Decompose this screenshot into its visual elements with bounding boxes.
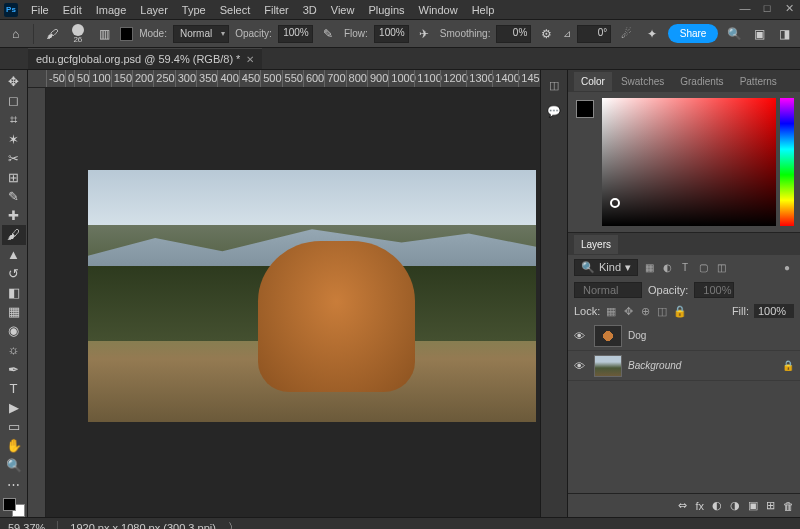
lasso-tool[interactable]: ⌗: [2, 110, 26, 129]
opacity-input[interactable]: 100%: [278, 25, 313, 43]
healing-tool[interactable]: ✚: [2, 206, 26, 225]
dodge-tool[interactable]: ☼: [2, 340, 26, 359]
brush-tool-indicator-icon[interactable]: 🖌: [42, 24, 61, 44]
brush-tool[interactable]: 🖌: [2, 225, 26, 244]
color-swatches[interactable]: [3, 498, 25, 517]
stamp-tool[interactable]: ▲: [2, 245, 26, 264]
path-select-tool[interactable]: ▶: [2, 398, 26, 417]
layer-blend-mode-select[interactable]: Normal: [574, 282, 642, 298]
zoom-tool[interactable]: 🔍: [2, 455, 26, 474]
layer-thumbnail[interactable]: [594, 355, 622, 377]
search-icon[interactable]: 🔍: [724, 24, 743, 44]
layer-name[interactable]: Dog: [628, 330, 646, 341]
panel-tab-swatches[interactable]: Swatches: [614, 72, 671, 91]
filter-adjust-icon[interactable]: ◐: [660, 260, 674, 274]
menu-filter[interactable]: Filter: [257, 1, 295, 19]
layer-opacity-input[interactable]: 100%: [694, 282, 734, 298]
blur-tool[interactable]: ◉: [2, 321, 26, 340]
panel-tab-gradients[interactable]: Gradients: [673, 72, 730, 91]
group-icon[interactable]: ▣: [748, 499, 758, 512]
color-fg-bg-swatches[interactable]: [574, 98, 598, 226]
menu-window[interactable]: Window: [412, 1, 465, 19]
adjustment-layer-icon[interactable]: ◑: [730, 499, 740, 512]
lock-position-icon[interactable]: ✥: [622, 305, 634, 318]
smoothing-input[interactable]: 0%: [496, 25, 531, 43]
visibility-icon[interactable]: 👁: [574, 360, 588, 372]
filter-shape-icon[interactable]: ▢: [696, 260, 710, 274]
menu-3d[interactable]: 3D: [296, 1, 324, 19]
menu-help[interactable]: Help: [465, 1, 502, 19]
edit-toolbar[interactable]: ⋯: [2, 475, 26, 494]
eyedropper-tool[interactable]: ✎: [2, 187, 26, 206]
filter-kind-select[interactable]: 🔍Kind▾: [574, 259, 638, 276]
menu-file[interactable]: File: [24, 1, 56, 19]
layer-name[interactable]: Background: [628, 360, 681, 371]
menu-edit[interactable]: Edit: [56, 1, 89, 19]
layer-fx-icon[interactable]: fx: [695, 500, 704, 512]
document-tab[interactable]: edu.gcfglobal.org.psd @ 59.4% (RGB/8) * …: [28, 48, 262, 69]
new-layer-icon[interactable]: ⊞: [766, 499, 775, 512]
blend-mode-select[interactable]: Normal: [173, 25, 229, 43]
smoothing-options-icon[interactable]: ⚙: [537, 24, 556, 44]
dock-icon-2[interactable]: 💬: [545, 102, 563, 120]
filter-toggle-icon[interactable]: ●: [780, 260, 794, 274]
layer-mask-icon[interactable]: ◐: [712, 499, 722, 512]
crop-tool[interactable]: ✂: [2, 149, 26, 168]
workspace-icon[interactable]: ▣: [750, 24, 769, 44]
share-button[interactable]: Share: [668, 24, 719, 43]
opacity-pressure-icon[interactable]: ✎: [319, 24, 338, 44]
layer-thumbnail[interactable]: [594, 325, 622, 347]
marquee-tool[interactable]: ◻: [2, 91, 26, 110]
lock-nested-icon[interactable]: ◫: [656, 305, 668, 318]
angle-input[interactable]: 0°: [577, 25, 612, 43]
filter-smart-icon[interactable]: ◫: [714, 260, 728, 274]
document-canvas[interactable]: [88, 170, 536, 422]
flow-input[interactable]: 100%: [374, 25, 409, 43]
visibility-icon[interactable]: 👁: [574, 330, 588, 342]
color-field[interactable]: [602, 98, 776, 226]
menu-view[interactable]: View: [324, 1, 362, 19]
cloud-docs-icon[interactable]: ◨: [775, 24, 794, 44]
pressure-size-icon[interactable]: ☄: [617, 24, 636, 44]
lock-all-icon[interactable]: 🔒: [673, 305, 685, 318]
gradient-tool[interactable]: ▦: [2, 302, 26, 321]
close-tab-icon[interactable]: ✕: [246, 54, 254, 65]
type-tool[interactable]: T: [2, 379, 26, 398]
maximize-button[interactable]: □: [760, 2, 774, 15]
hand-tool[interactable]: ✋: [2, 436, 26, 455]
lock-pixels-icon[interactable]: ▦: [605, 305, 617, 318]
airbrush-icon[interactable]: ✈: [415, 24, 434, 44]
link-layers-icon[interactable]: ⇔: [678, 499, 687, 512]
menu-type[interactable]: Type: [175, 1, 213, 19]
home-icon[interactable]: ⌂: [6, 24, 25, 44]
quick-select-tool[interactable]: ✶: [2, 130, 26, 149]
lock-artboard-icon[interactable]: ⊕: [639, 305, 651, 318]
status-zoom[interactable]: 59.37%: [8, 522, 45, 530]
menu-image[interactable]: Image: [89, 1, 134, 19]
fill-input[interactable]: 100%: [754, 304, 794, 318]
move-tool[interactable]: ✥: [2, 72, 26, 91]
minimize-button[interactable]: —: [738, 2, 752, 15]
dock-icon-1[interactable]: ◫: [545, 76, 563, 94]
history-brush-tool[interactable]: ↺: [2, 264, 26, 283]
hue-slider[interactable]: [780, 98, 794, 226]
status-dimensions[interactable]: 1920 px x 1080 px (300.3 ppi): [70, 522, 216, 530]
panel-tab-patterns[interactable]: Patterns: [733, 72, 784, 91]
panel-tab-color[interactable]: Color: [574, 72, 612, 91]
pen-tool[interactable]: ✒: [2, 360, 26, 379]
close-button[interactable]: ✕: [782, 2, 796, 15]
brush-settings-icon[interactable]: ▥: [94, 24, 113, 44]
filter-pixel-icon[interactable]: ▦: [642, 260, 656, 274]
menu-select[interactable]: Select: [213, 1, 258, 19]
shape-tool[interactable]: ▭: [2, 417, 26, 436]
eraser-tool[interactable]: ◧: [2, 283, 26, 302]
brush-preset-picker[interactable]: 26: [67, 23, 88, 45]
layer-row[interactable]: 👁Background🔒: [568, 351, 800, 381]
menu-plugins[interactable]: Plugins: [361, 1, 411, 19]
filter-type-icon[interactable]: T: [678, 260, 692, 274]
frame-tool[interactable]: ⊞: [2, 168, 26, 187]
symmetry-icon[interactable]: ✦: [643, 24, 662, 44]
menu-layer[interactable]: Layer: [133, 1, 175, 19]
layer-row[interactable]: 👁Dog: [568, 321, 800, 351]
brush-color-swatch[interactable]: [120, 27, 134, 41]
